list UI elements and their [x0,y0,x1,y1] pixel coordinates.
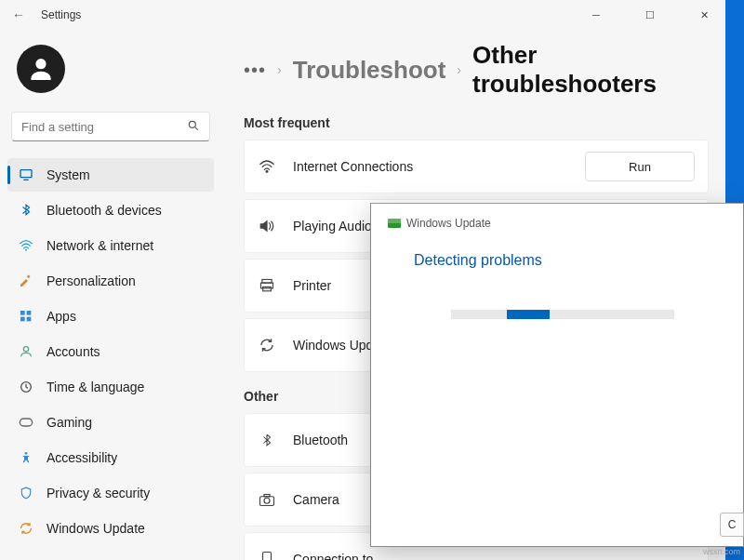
svg-rect-22 [263,553,272,561]
sidebar-item-network[interactable]: Network & internet [7,229,214,262]
run-button[interactable]: Run [585,152,695,181]
update-icon [258,336,276,354]
svg-point-1 [189,121,195,127]
network-icon [19,238,33,253]
sidebar-item-apps[interactable]: Apps [7,300,214,333]
user-avatar[interactable] [17,45,65,93]
sidebar-item-label: Personalization [46,273,136,288]
sidebar-item-time[interactable]: Time & language [7,370,214,404]
sidebar-item-label: Time & language [46,380,144,394]
search-icon [187,119,200,135]
svg-point-0 [35,59,46,69]
cancel-button[interactable]: C [720,513,744,537]
maximize-button[interactable]: ☐ [629,0,671,30]
watermark: wsxn.com [703,547,740,556]
accessibility-icon [19,450,33,465]
sidebar-item-bluetooth[interactable]: Bluetooth & devices [7,193,214,227]
svg-rect-7 [20,311,25,315]
breadcrumb-overflow[interactable]: ••• [244,60,266,81]
svg-point-14 [25,452,28,455]
sidebar-item-personalization[interactable]: Personalization [7,264,214,298]
svg-point-5 [25,249,27,251]
breadcrumb-current: Other troubleshooters [472,41,725,99]
apps-icon [19,309,33,324]
chevron-right-icon: › [457,62,461,77]
breadcrumb: ••• › Troubleshoot › Other troubleshoote… [244,30,725,99]
search-input[interactable] [21,120,187,134]
sidebar-item-update[interactable]: Windows Update [7,512,214,545]
audio-icon [258,217,276,235]
section-most-frequent: Most frequent [244,115,725,130]
sidebar-item-label: Gaming [46,415,92,430]
sidebar-item-label: Accessibility [46,450,117,465]
window-title: Settings [41,8,81,21]
sidebar-item-gaming[interactable]: Gaming [7,406,214,439]
troubleshooter-row[interactable]: Internet ConnectionsRun [244,140,709,193]
sidebar-item-label: Privacy & security [46,486,150,500]
svg-rect-21 [264,494,270,496]
troubleshooter-dialog: Windows Update Detecting problems C [370,203,744,547]
svg-rect-8 [27,311,32,315]
breadcrumb-parent[interactable]: Troubleshoot [293,56,446,85]
svg-rect-18 [263,287,272,290]
dialog-title-row: Windows Update [386,213,728,247]
progress-bar [451,310,674,319]
titlebar: ← Settings ─ ☐ ✕ [0,0,725,30]
phone-icon [258,550,276,560]
gaming-icon [19,415,33,430]
sidebar-item-label: Windows Update [46,521,145,536]
sidebar-item-label: Network & internet [46,238,153,253]
close-button[interactable]: ✕ [683,0,725,30]
back-button[interactable]: ← [7,4,30,26]
camera-icon [258,490,276,509]
svg-line-2 [194,127,197,129]
nav-list: System Bluetooth & devices Network & int… [7,158,214,545]
search-box[interactable] [11,112,210,141]
printer-icon [258,276,276,295]
sidebar-item-system[interactable]: System [7,158,214,192]
sidebar-item-label: System [46,167,90,182]
svg-rect-6 [27,274,31,278]
svg-rect-3 [20,170,32,178]
row-label: Connection to [293,552,695,560]
svg-rect-13 [20,419,32,426]
sidebar: System Bluetooth & devices Network & int… [0,30,221,560]
time-icon [19,380,33,394]
privacy-icon [19,486,33,500]
svg-point-11 [23,347,28,352]
row-label: Internet Connections [293,159,568,174]
bluetooth-icon [19,203,33,218]
svg-rect-9 [20,317,25,322]
system-icon [19,167,33,182]
accounts-icon [19,344,33,359]
dialog-heading: Detecting problems [386,247,728,289]
chevron-right-icon: › [277,62,282,77]
update-icon [19,521,33,536]
personalization-icon [19,273,33,288]
sidebar-item-privacy[interactable]: Privacy & security [7,476,214,510]
svg-point-15 [266,170,268,172]
bluetooth-icon [258,431,276,449]
sidebar-item-label: Bluetooth & devices [46,203,162,218]
sidebar-item-label: Apps [46,309,76,324]
sidebar-item-label: Accounts [46,344,100,359]
svg-point-20 [264,498,270,503]
sidebar-item-accounts[interactable]: Accounts [7,335,214,368]
sidebar-item-accessibility[interactable]: Accessibility [7,441,214,474]
dialog-title: Windows Update [406,217,491,230]
flag-icon [388,219,401,228]
minimize-button[interactable]: ─ [575,0,618,30]
svg-rect-10 [27,317,32,322]
progress-fill [507,310,550,319]
wifi-icon [258,157,276,176]
